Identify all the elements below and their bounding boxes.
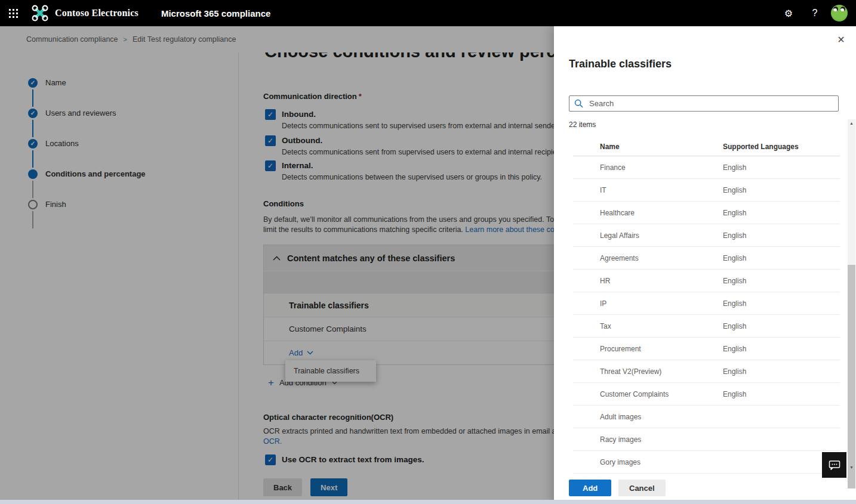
classifier-name: HR xyxy=(573,277,723,285)
close-icon[interactable]: ✕ xyxy=(834,32,848,47)
classifier-name: Finance xyxy=(573,163,723,172)
scroll-down-icon[interactable]: ▼ xyxy=(848,465,855,469)
classifier-languages: English xyxy=(723,345,840,353)
classifier-languages: English xyxy=(723,367,840,376)
classifier-name: Adult images xyxy=(573,413,723,421)
classifier-languages: English xyxy=(723,186,840,194)
classifier-name: Procurement xyxy=(573,345,723,353)
classifier-languages: English xyxy=(723,254,840,262)
horizontal-scrollbar-strip[interactable] xyxy=(0,500,856,504)
settings-gear-icon[interactable]: ⚙ xyxy=(778,3,799,23)
tenant-name: Contoso Electronics xyxy=(55,8,138,18)
modal-dim-overlay xyxy=(0,26,554,504)
column-header-languages: Supported Languages xyxy=(723,143,840,151)
classifier-languages: English xyxy=(723,231,840,240)
brand: Contoso Electronics xyxy=(31,4,138,22)
classifier-name: IT xyxy=(573,186,723,194)
help-icon[interactable]: ? xyxy=(805,3,825,23)
feedback-button[interactable] xyxy=(822,452,846,478)
account-avatar[interactable] xyxy=(831,5,848,21)
table-row[interactable]: Adult images xyxy=(573,406,840,428)
classifier-name: Healthcare xyxy=(573,209,723,217)
scroll-up-icon[interactable]: ▲ xyxy=(848,121,855,125)
table-row[interactable]: Customer Complaints English xyxy=(573,383,840,406)
app-launcher-icon[interactable] xyxy=(0,0,26,26)
table-row[interactable]: HR English xyxy=(573,270,840,292)
table-row[interactable]: IP English xyxy=(573,292,840,315)
classifier-languages: English xyxy=(723,299,840,308)
panel-cancel-button[interactable]: Cancel xyxy=(618,480,666,496)
table-row[interactable]: Procurement English xyxy=(573,338,840,360)
search-icon xyxy=(574,99,583,108)
table-row[interactable]: Threat V2(Preview) English xyxy=(573,360,840,383)
feedback-bubble-icon xyxy=(829,460,840,471)
classifier-languages: English xyxy=(723,390,840,398)
classifier-languages: English xyxy=(723,322,840,330)
top-bar: Contoso Electronics Microsoft 365 compli… xyxy=(0,0,856,26)
classifier-name: Legal Affairs xyxy=(573,231,723,240)
search-input[interactable] xyxy=(588,98,833,109)
classifier-languages: English xyxy=(723,163,840,172)
table-row[interactable]: Gory images xyxy=(573,451,840,474)
classifier-name: Racy images xyxy=(573,435,723,444)
classifier-languages: English xyxy=(723,277,840,285)
table-row[interactable]: Legal Affairs English xyxy=(573,224,840,247)
table-row[interactable]: Healthcare English xyxy=(573,202,840,224)
table-row[interactable]: Tax English xyxy=(573,315,840,338)
table-header-row: Name Supported Languages xyxy=(573,138,840,156)
scrollbar-thumb[interactable] xyxy=(848,265,855,488)
table-row[interactable]: Finance English xyxy=(573,156,840,179)
panel-search-box xyxy=(569,95,839,112)
items-count: 22 items xyxy=(569,120,596,129)
table-row[interactable]: Racy images xyxy=(573,428,840,451)
table-row[interactable]: Agreements English xyxy=(573,247,840,270)
panel-add-button[interactable]: Add xyxy=(569,480,611,496)
app-window: Contoso Electronics Microsoft 365 compli… xyxy=(0,0,856,504)
classifier-name: Tax xyxy=(573,322,723,330)
panel-title: Trainable classifiers xyxy=(569,58,672,70)
classifier-name: IP xyxy=(573,299,723,308)
table-row[interactable]: IT English xyxy=(573,179,840,202)
classifier-name: Agreements xyxy=(573,254,723,262)
contoso-logo-icon xyxy=(31,4,49,22)
classifier-name: Gory images xyxy=(573,458,723,466)
column-header-name: Name xyxy=(573,143,723,151)
trainable-classifiers-panel: ✕ Trainable classifiers 22 items Name Su… xyxy=(554,26,856,504)
classifier-languages: English xyxy=(723,209,840,217)
product-name: Microsoft 365 compliance xyxy=(161,8,270,18)
classifier-name: Customer Complaints xyxy=(573,390,723,398)
panel-scrollbar[interactable]: ▲ ▼ xyxy=(848,119,855,471)
classifier-name: Threat V2(Preview) xyxy=(573,367,723,376)
classifiers-table: Name Supported Languages Finance English… xyxy=(573,138,840,474)
